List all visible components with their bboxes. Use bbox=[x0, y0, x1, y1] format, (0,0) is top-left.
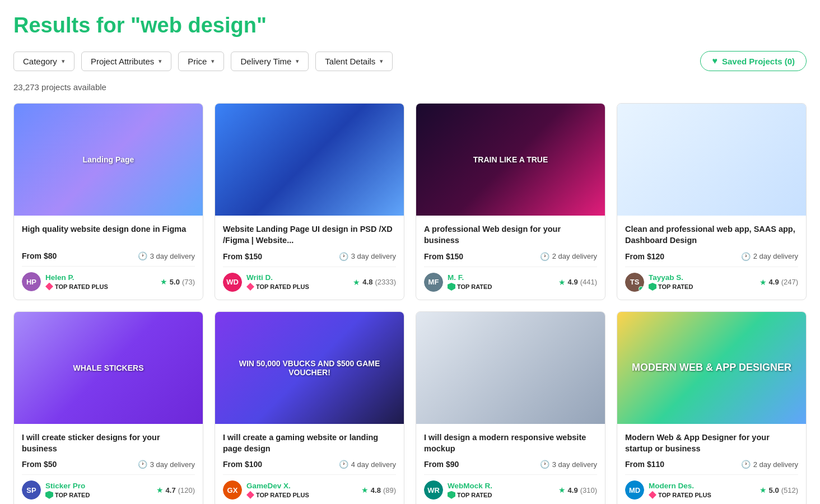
price-filter[interactable]: Price ▾ bbox=[178, 52, 224, 71]
star-icon: ★ bbox=[760, 486, 767, 494]
rating-value: 5.0 bbox=[170, 278, 180, 286]
delivery-text: 2 day delivery bbox=[753, 252, 798, 260]
avatar: MD bbox=[625, 480, 644, 500]
results-count: 23,273 projects available bbox=[13, 82, 807, 92]
rating-value: 4.8 bbox=[362, 278, 372, 286]
rating-count: (120) bbox=[178, 486, 195, 494]
seller-badge: TOP RATED PLUS bbox=[246, 491, 309, 499]
card-price: From $100 bbox=[223, 460, 262, 469]
rating-value: 4.7 bbox=[166, 486, 176, 494]
rating-value: 4.8 bbox=[371, 486, 381, 494]
seller-badge: TOP RATED PLUS bbox=[45, 283, 108, 291]
star-icon: ★ bbox=[353, 278, 360, 287]
card-delivery: 🕐 3 day delivery bbox=[138, 251, 195, 260]
star-icon: ★ bbox=[558, 486, 566, 494]
card-title: High quality website design done in Figm… bbox=[22, 223, 195, 246]
delivery-text: 3 day delivery bbox=[552, 460, 597, 469]
badge-label: TOP RATED bbox=[658, 283, 693, 290]
price-filter-label: Price bbox=[188, 57, 207, 66]
badge-label: TOP RATED PLUS bbox=[256, 283, 309, 290]
rating-count: (441) bbox=[580, 278, 597, 286]
rating-value: 4.9 bbox=[568, 278, 578, 286]
delivery-time-label: Delivery Time bbox=[240, 57, 291, 66]
card-image: MODERN WEB & APP DESIGNER bbox=[617, 312, 806, 424]
star-icon: ★ bbox=[160, 277, 167, 286]
seller-name: WebMock R. bbox=[448, 482, 492, 490]
avatar: GX bbox=[223, 480, 242, 500]
seller-badge: TOP RATED bbox=[45, 491, 90, 499]
category-filter[interactable]: Category ▾ bbox=[13, 52, 74, 71]
seller-rating: ★ 4.9 (441) bbox=[558, 278, 597, 287]
heart-icon: ♥ bbox=[712, 56, 718, 66]
card-price: From $150 bbox=[223, 252, 262, 261]
card-price: From $150 bbox=[424, 252, 463, 261]
saved-projects-button[interactable]: ♥ Saved Projects (0) bbox=[700, 51, 807, 71]
page-title: Results for "web design" bbox=[13, 13, 807, 38]
delivery-time-filter[interactable]: Delivery Time ▾ bbox=[231, 52, 309, 71]
card-image: TRAIN LIKE A TRUE bbox=[416, 104, 605, 216]
shield-icon bbox=[448, 283, 455, 291]
delivery-text: 3 day delivery bbox=[150, 460, 195, 469]
card-image bbox=[617, 104, 806, 216]
card-delivery: 🕐 3 day delivery bbox=[138, 460, 195, 469]
clock-icon: 🕐 bbox=[339, 460, 348, 469]
project-card[interactable]: MODERN WEB & APP DESIGNER Modern Web & A… bbox=[617, 311, 807, 504]
card-price: From $110 bbox=[625, 460, 664, 469]
avatar: WD bbox=[223, 273, 242, 292]
seller-rating: ★ 5.0 (512) bbox=[760, 486, 798, 494]
project-card[interactable]: Clean and professional web app, SAAS app… bbox=[617, 103, 807, 300]
delivery-text: 2 day delivery bbox=[552, 252, 597, 260]
card-delivery: 🕐 3 day delivery bbox=[540, 460, 597, 469]
project-card[interactable]: TRAIN LIKE A TRUE A professional Web des… bbox=[416, 103, 605, 300]
delivery-text: 3 day delivery bbox=[351, 252, 396, 260]
badge-label: TOP RATED PLUS bbox=[658, 492, 711, 498]
project-card[interactable]: WIN 50,000 VBUCKS AND $500 GAME VOUCHER!… bbox=[215, 311, 404, 504]
clock-icon: 🕐 bbox=[540, 252, 549, 261]
card-price: From $50 bbox=[22, 460, 57, 469]
delivery-text: 4 day delivery bbox=[351, 460, 396, 469]
talent-details-filter[interactable]: Talent Details ▾ bbox=[315, 52, 393, 71]
card-image: Landing Page bbox=[14, 104, 203, 216]
rating-value: 5.0 bbox=[769, 486, 779, 494]
chevron-down-icon: ▾ bbox=[159, 58, 162, 65]
seller-badge: TOP RATED bbox=[649, 283, 693, 291]
badge-label: TOP RATED bbox=[457, 283, 492, 290]
seller-name: Helen P. bbox=[45, 273, 108, 282]
card-image bbox=[215, 104, 404, 216]
seller-rating: ★ 4.7 (120) bbox=[156, 486, 195, 494]
card-title: I will create sticker designs for your b… bbox=[22, 432, 195, 455]
seller-name: Modern Des. bbox=[649, 482, 711, 490]
avatar: HP bbox=[22, 272, 41, 291]
card-price: From $90 bbox=[424, 460, 459, 469]
diamond-icon bbox=[45, 283, 53, 291]
talent-details-label: Talent Details bbox=[325, 57, 375, 66]
filters-bar: Category ▾ Project Attributes ▾ Price ▾ … bbox=[13, 51, 807, 71]
project-attributes-label: Project Attributes bbox=[91, 57, 154, 66]
project-card[interactable]: WHALE STICKERS I will create sticker des… bbox=[13, 311, 203, 504]
star-icon: ★ bbox=[361, 486, 369, 494]
seller-badge: TOP RATED PLUS bbox=[649, 491, 711, 499]
chevron-down-icon: ▾ bbox=[380, 58, 383, 65]
shield-icon bbox=[448, 491, 455, 499]
project-card[interactable]: I will design a modern responsive websit… bbox=[416, 311, 605, 504]
project-attributes-filter[interactable]: Project Attributes ▾ bbox=[81, 52, 171, 71]
card-delivery: 🕐 2 day delivery bbox=[741, 252, 798, 261]
avatar: WR bbox=[424, 480, 443, 500]
project-card[interactable]: Landing Page High quality website design… bbox=[13, 103, 203, 300]
card-title: I will create a gaming website or landin… bbox=[223, 432, 396, 455]
clock-icon: 🕐 bbox=[741, 460, 751, 469]
online-indicator bbox=[639, 286, 644, 291]
shield-icon bbox=[649, 283, 656, 291]
category-filter-label: Category bbox=[23, 57, 57, 66]
avatar: MF bbox=[424, 273, 443, 292]
card-image-label: MODERN WEB & APP DESIGNER bbox=[632, 362, 791, 374]
card-delivery: 🕐 4 day delivery bbox=[339, 460, 396, 469]
card-image-label: WHALE STICKERS bbox=[73, 363, 144, 372]
project-card[interactable]: Website Landing Page UI design in PSD /X… bbox=[215, 103, 404, 300]
card-title: Clean and professional web app, SAAS app… bbox=[625, 223, 798, 246]
rating-count: (247) bbox=[781, 278, 798, 286]
seller-badge: TOP RATED PLUS bbox=[246, 283, 309, 291]
rating-value: 4.9 bbox=[769, 278, 779, 286]
seller-badge: TOP RATED bbox=[448, 491, 492, 499]
rating-count: (89) bbox=[383, 486, 396, 494]
